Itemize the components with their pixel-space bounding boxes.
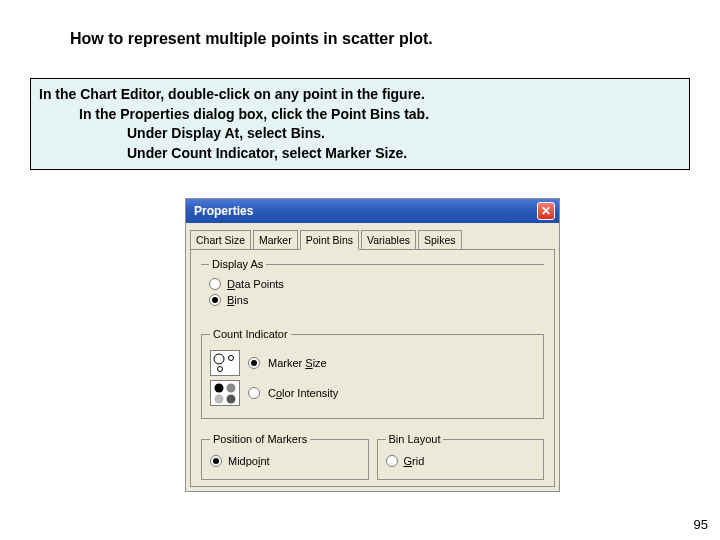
radio-data-points-label: Data Points [227, 278, 284, 290]
radio-icon [210, 455, 222, 467]
svg-point-1 [229, 356, 234, 361]
dialog-title-text: Properties [194, 204, 253, 218]
dialog-titlebar[interactable]: Properties ✕ [186, 199, 559, 223]
radio-icon [209, 278, 221, 290]
radio-icon [248, 357, 260, 369]
svg-point-3 [215, 384, 224, 393]
instruction-line-3: Under Display At, select Bins. [39, 124, 681, 144]
display-as-group: Display As Data Points Bins [201, 258, 544, 318]
radio-icon [386, 455, 398, 467]
close-button[interactable]: ✕ [537, 202, 555, 220]
tab-point-bins[interactable]: Point Bins [300, 230, 359, 250]
radio-color-intensity-label: Color Intensity [268, 387, 338, 399]
properties-dialog: Properties ✕ Chart Size Marker Point Bin… [185, 198, 560, 492]
tab-spikes[interactable]: Spikes [418, 230, 462, 250]
radio-marker-size-row[interactable]: Marker Size [210, 350, 535, 376]
count-indicator-legend: Count Indicator [210, 328, 291, 340]
page-title: How to represent multiple points in scat… [70, 30, 433, 48]
radio-icon [209, 294, 221, 306]
tab-variables[interactable]: Variables [361, 230, 416, 250]
marker-size-icon [210, 350, 240, 376]
radio-midpoint-label: Midpoint [228, 455, 270, 467]
position-of-markers-legend: Position of Markers [210, 433, 310, 445]
bin-layout-legend: Bin Layout [386, 433, 444, 445]
color-intensity-icon [210, 380, 240, 406]
tab-chart-size[interactable]: Chart Size [190, 230, 251, 250]
tab-body: Display As Data Points Bins Count Indica… [190, 249, 555, 487]
radio-grid-label: Grid [404, 455, 425, 467]
radio-data-points-row[interactable]: Data Points [209, 278, 536, 290]
svg-point-2 [218, 367, 223, 372]
radio-bins-row[interactable]: Bins [209, 294, 536, 306]
svg-point-0 [214, 354, 224, 364]
radio-color-intensity-row[interactable]: Color Intensity [210, 380, 535, 406]
radio-icon [248, 387, 260, 399]
instruction-line-1: In the Chart Editor, double-click on any… [39, 85, 681, 105]
position-of-markers-group: Position of Markers Midpoint [201, 433, 369, 480]
svg-point-6 [227, 395, 236, 404]
page-number: 95 [694, 517, 708, 532]
tab-marker[interactable]: Marker [253, 230, 298, 250]
svg-point-5 [215, 395, 224, 404]
radio-midpoint-row[interactable]: Midpoint [210, 455, 360, 467]
count-indicator-group: Count Indicator Marker Size [201, 328, 544, 419]
radio-grid-row[interactable]: Grid [386, 455, 536, 467]
svg-point-4 [227, 384, 236, 393]
display-as-legend: Display As [209, 258, 266, 270]
tab-strip: Chart Size Marker Point Bins Variables S… [186, 223, 559, 249]
radio-marker-size-label: Marker Size [268, 357, 327, 369]
close-icon: ✕ [541, 204, 551, 218]
radio-bins-label: Bins [227, 294, 248, 306]
instruction-line-4: Under Count Indicator, select Marker Siz… [39, 144, 681, 164]
instructions-box: In the Chart Editor, double-click on any… [30, 78, 690, 170]
bin-layout-group: Bin Layout Grid [377, 433, 545, 480]
instruction-line-2: In the Properties dialog box, click the … [39, 105, 681, 125]
